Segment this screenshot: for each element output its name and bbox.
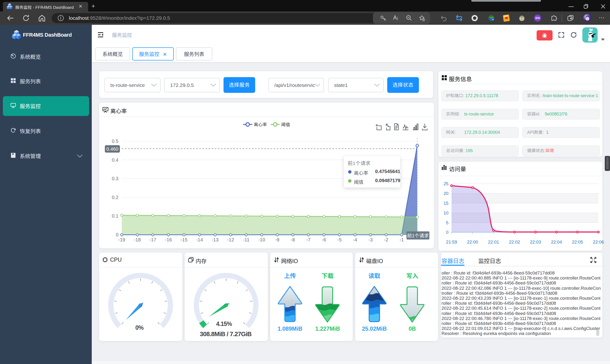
svg-text:-9: -9 <box>275 237 280 242</box>
svg-text:-4: -4 <box>353 237 357 242</box>
svg-text:-10: -10 <box>258 237 265 242</box>
svg-text:-8: -8 <box>291 237 295 242</box>
svg-text:25: 25 <box>443 181 448 186</box>
svg-text:20: 20 <box>443 191 448 196</box>
svg-text:0.3: 0.3 <box>112 176 118 181</box>
svg-text:-18: -18 <box>134 237 141 242</box>
svg-text:22:05: 22:05 <box>572 239 583 245</box>
svg-text:0.460: 0.460 <box>106 146 118 152</box>
svg-text:-12: -12 <box>227 237 234 242</box>
svg-text:22:06: 22:06 <box>593 239 604 245</box>
svg-text:-16: -16 <box>165 237 172 242</box>
svg-text:22:03: 22:03 <box>530 239 541 245</box>
svg-text:21:59: 21:59 <box>446 239 457 245</box>
svg-text:-6: -6 <box>322 237 326 242</box>
svg-text:22:00: 22:00 <box>467 239 478 245</box>
svg-text:阈值: 阈值 <box>281 122 290 127</box>
svg-text:0: 0 <box>116 232 118 237</box>
svg-text:-1: -1 <box>400 237 404 242</box>
svg-text:-11: -11 <box>243 237 249 242</box>
svg-text:-15: -15 <box>181 237 188 242</box>
svg-text:22:04: 22:04 <box>551 239 562 245</box>
svg-text:-2: -2 <box>384 237 388 242</box>
svg-text:0.1: 0.1 <box>112 213 118 219</box>
svg-text:10: 10 <box>443 210 448 215</box>
svg-text:-7: -7 <box>306 237 311 242</box>
svg-text:22:02: 22:02 <box>509 239 520 245</box>
svg-text:离心率: 离心率 <box>254 122 267 127</box>
svg-text:-5: -5 <box>338 237 342 242</box>
svg-text:-14: -14 <box>196 237 203 242</box>
svg-text:15: 15 <box>443 201 448 206</box>
svg-text:-17: -17 <box>149 237 156 242</box>
svg-text:前1个请求: 前1个请求 <box>407 233 429 238</box>
svg-text:0.2: 0.2 <box>112 195 118 200</box>
svg-text:22:01: 22:01 <box>488 239 499 245</box>
svg-text:-3: -3 <box>368 237 373 242</box>
svg-text:0.5: 0.5 <box>112 139 118 144</box>
svg-text:-13: -13 <box>212 237 218 242</box>
svg-text:0.4: 0.4 <box>112 157 118 163</box>
svg-text:-19: -19 <box>118 237 125 242</box>
svg-text:0: 0 <box>446 230 448 235</box>
svg-text:5: 5 <box>446 220 448 225</box>
